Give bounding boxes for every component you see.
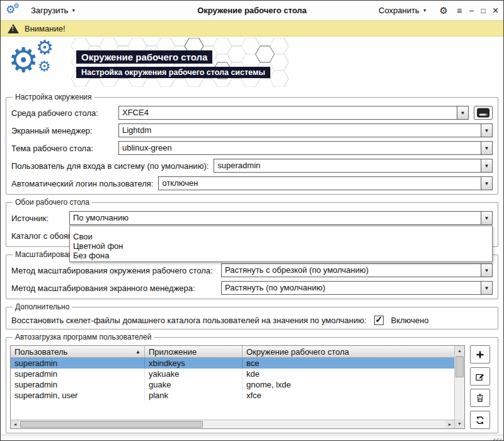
display-manager-value: Lightdm bbox=[119, 124, 481, 137]
field-theme: Тема рабочего стола: ublinux-green ▼ bbox=[11, 141, 493, 155]
autologin-value: отключен bbox=[159, 177, 481, 190]
app-logo-gears: ⚙ ⚙ ⚙ bbox=[8, 39, 74, 88]
default-user-value: superadmin bbox=[214, 159, 481, 172]
wallpaper-source-combobox[interactable]: По умолчанию ▼ bbox=[69, 211, 493, 225]
restore-skel-checkbox[interactable]: ✓ bbox=[374, 316, 384, 325]
sort-asc-icon: ▲ bbox=[135, 349, 140, 355]
cell-env: kde bbox=[243, 369, 454, 379]
cell-user: superadmin bbox=[11, 379, 145, 390]
trash-icon bbox=[475, 393, 485, 403]
dropdown-option-none[interactable]: Без фона bbox=[70, 251, 492, 260]
table-row[interactable]: superadmin yakuake kde bbox=[11, 369, 454, 379]
field-desktop-env: Среда рабочего стола: XFCE4 ▼ bbox=[11, 106, 493, 120]
desktop-env-package-button[interactable] bbox=[474, 106, 493, 120]
app-window: ⚙ ⚙ Загрузить ▼ Окружение рабочего стола… bbox=[0, 0, 504, 441]
dropdown-option-custom[interactable]: Свои bbox=[70, 232, 492, 241]
app-gears-icon: ⚙ ⚙ bbox=[6, 4, 21, 18]
cell-env: все bbox=[243, 358, 454, 369]
refresh-icon bbox=[475, 415, 485, 425]
wallpaper-source-label: Источник: bbox=[11, 214, 64, 223]
save-button[interactable]: Сохранить ▼ bbox=[375, 3, 431, 18]
dm-scaling-combobox[interactable]: Растянуть (по умолчанию) ▼ bbox=[221, 281, 493, 295]
autologin-combobox[interactable]: отключен ▼ bbox=[158, 176, 493, 190]
scroll-down-button[interactable]: ▼ bbox=[455, 419, 464, 428]
delete-row-button[interactable] bbox=[470, 389, 490, 407]
theme-label: Тема рабочего стола: bbox=[11, 144, 113, 153]
autologin-label: Автоматический логин пользователя: bbox=[11, 179, 153, 188]
status-bar bbox=[1, 435, 503, 441]
dm-scaling-label: Метод масштабирования экранного менеджер… bbox=[11, 284, 216, 293]
desktop-scaling-combobox[interactable]: Растянуть с обрезкой (по умолчанию) ▼ bbox=[221, 263, 493, 277]
table-action-buttons bbox=[470, 345, 494, 429]
refresh-button[interactable] bbox=[470, 411, 490, 429]
desktop-env-combobox[interactable]: XFCE4 ▼ bbox=[118, 106, 469, 120]
maximize-button[interactable]: □ bbox=[481, 7, 485, 14]
gear-icon: ⚙ bbox=[36, 38, 54, 57]
dropdown-option-color[interactable]: Цветной фон bbox=[70, 241, 492, 251]
menu-icon[interactable]: ≡ bbox=[457, 6, 462, 15]
edit-row-button[interactable] bbox=[470, 367, 490, 386]
desktop-env-value: XFCE4 bbox=[119, 106, 457, 119]
column-header-env[interactable]: Окружение рабочего стола bbox=[243, 346, 454, 357]
group-environment: Настройка окружения Среда рабочего стола… bbox=[6, 93, 498, 195]
cell-user: superadmin, user bbox=[11, 390, 145, 401]
page-title: Окружение рабочего стола bbox=[76, 50, 212, 64]
table-row[interactable]: superadmin, user plank xfce bbox=[11, 390, 454, 401]
theme-combobox[interactable]: ublinux-green ▼ bbox=[118, 141, 493, 155]
table-header-row: Пользователь ▲ Приложение Окружение рабо… bbox=[11, 346, 454, 358]
load-button-label: Загрузить bbox=[31, 6, 68, 15]
desktop-env-label: Среда рабочего стола: bbox=[11, 108, 113, 118]
restore-skel-checkbox-label: Включено bbox=[391, 316, 429, 325]
field-autologin: Автоматический логин пользователя: отклю… bbox=[11, 176, 493, 190]
cell-env: xfce bbox=[243, 390, 454, 401]
column-header-user-label: Пользователь bbox=[14, 347, 67, 357]
warning-banner: ! Внимание! bbox=[1, 21, 503, 37]
combo-arrow-icon: ▼ bbox=[481, 159, 492, 172]
display-manager-combobox[interactable]: Lightdm ▼ bbox=[118, 123, 493, 137]
window-title: Окружение рабочего стола bbox=[197, 6, 307, 15]
wallpaper-source-value: По умолчанию bbox=[70, 212, 481, 224]
save-button-label: Сохранить bbox=[379, 6, 420, 15]
group-additional-title: Дополнительно bbox=[13, 302, 72, 311]
combo-arrow-icon: ▼ bbox=[481, 282, 492, 294]
vscroll-thumb[interactable] bbox=[455, 356, 464, 377]
field-restore-skel: Восстановить скелет-файлы домашнего ката… bbox=[11, 316, 493, 325]
chevron-down-icon: ▼ bbox=[423, 8, 427, 13]
exclamation-mark: ! bbox=[12, 26, 14, 32]
dm-scaling-value: Растянуть (по умолчанию) bbox=[222, 282, 481, 294]
column-header-app[interactable]: Приложение bbox=[145, 346, 243, 357]
hscroll-thumb[interactable] bbox=[20, 421, 203, 428]
hscroll-track[interactable] bbox=[20, 420, 445, 428]
group-wallpaper: Обои рабочего стола Источник: По умолчан… bbox=[6, 198, 498, 247]
group-autostart-title: Автозагрузка программ пользователей bbox=[13, 333, 154, 341]
add-row-button[interactable] bbox=[470, 345, 490, 364]
scroll-right-button[interactable]: ► bbox=[445, 420, 454, 428]
cell-app: guake bbox=[145, 379, 243, 390]
combo-arrow-icon: ▼ bbox=[481, 177, 492, 190]
vscroll-track[interactable] bbox=[455, 355, 464, 419]
default-user-combobox[interactable]: superadmin ▼ bbox=[214, 159, 493, 173]
column-header-user[interactable]: Пользователь ▲ bbox=[11, 346, 145, 357]
close-button[interactable]: × bbox=[493, 6, 498, 16]
combo-arrow-icon: ▼ bbox=[481, 212, 492, 224]
load-button[interactable]: Загрузить ▼ bbox=[27, 3, 79, 18]
field-desktop-scaling: Метод масштабирования окружения рабочего… bbox=[11, 263, 493, 277]
minimize-button[interactable]: − bbox=[469, 6, 474, 15]
settings-gear-icon[interactable]: ⚙ bbox=[440, 5, 448, 16]
field-dm-scaling: Метод масштабирования экранного менеджер… bbox=[11, 281, 493, 295]
drive-icon bbox=[476, 107, 490, 118]
window-controls: ≡ − □ × bbox=[457, 6, 498, 16]
table-row[interactable]: superadmin guake gnome, lxde bbox=[11, 379, 454, 390]
cell-env: gnome, lxde bbox=[243, 379, 454, 390]
group-wallpaper-title: Обои рабочего стола bbox=[13, 198, 92, 207]
table-row[interactable]: superadmin xbindkeys все bbox=[11, 358, 454, 369]
scroll-left-button[interactable]: ◄ bbox=[11, 420, 20, 428]
horizontal-scrollbar: ◄ ► bbox=[11, 420, 454, 428]
cell-app: yakuake bbox=[145, 369, 243, 379]
scroll-up-button[interactable]: ▲ bbox=[455, 346, 464, 355]
content: Настройка окружения Среда рабочего стола… bbox=[1, 89, 503, 435]
table-empty-area bbox=[11, 401, 454, 420]
resize-grip[interactable] bbox=[493, 438, 501, 441]
default-user-label: Пользователь для входа в систему (по умо… bbox=[11, 161, 209, 171]
gear-icon: ⚙ bbox=[13, 3, 20, 9]
